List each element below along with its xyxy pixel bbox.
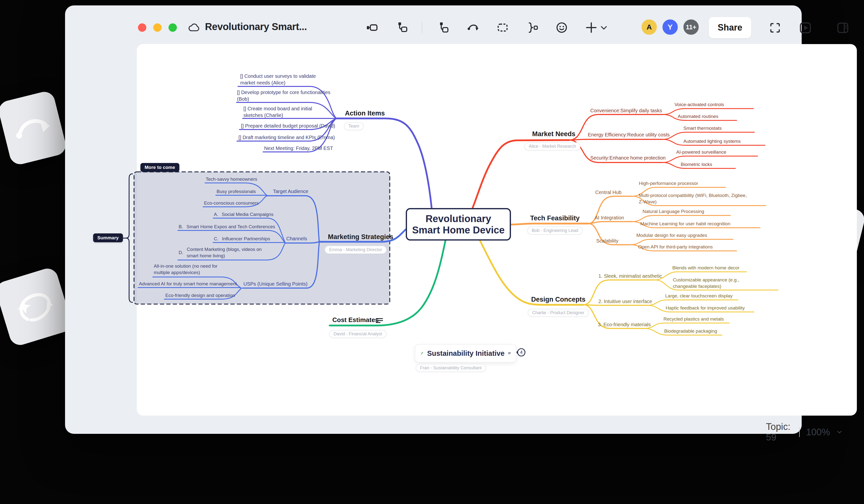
- subtopic-materials[interactable]: 3. Eco-friendly materials: [598, 321, 651, 328]
- boundary-label[interactable]: More to come: [141, 163, 179, 172]
- channel-item[interactable]: A. Social Media Campaigns: [214, 211, 274, 218]
- leaf-item[interactable]: Customizable appearance (e.g., changeabl…: [673, 277, 761, 290]
- leaf-item[interactable]: Eco-conscious consumers: [204, 200, 259, 206]
- notes-icon[interactable]: [375, 317, 383, 324]
- channel-item[interactable]: B. Smart Home Expos and Tech Conferences: [179, 224, 275, 230]
- usp-item[interactable]: Advanced AI for truly smart home managem…: [139, 281, 237, 287]
- leaf-item[interactable]: High-performance processor: [639, 180, 698, 187]
- leaf-item[interactable]: Tech-savvy homeowners: [206, 176, 257, 182]
- leaf-item[interactable]: Biometric locks: [681, 161, 712, 168]
- item-prefix: A.: [214, 211, 218, 218]
- tag-fran[interactable]: Fran - Sustainability Consultant: [416, 364, 486, 372]
- leaf-item[interactable]: Recycled plastics and metals: [663, 316, 724, 322]
- leaf-item[interactable]: Haptic feedback for improved usability: [666, 305, 745, 311]
- leaf-item[interactable]: Large, clear touchscreen display: [665, 293, 733, 299]
- summary-label[interactable]: Summary: [93, 233, 123, 242]
- subtopic-aesthetic[interactable]: 1. Sleek, minimalist aesthetic: [598, 273, 662, 280]
- leaf-item[interactable]: Smart thermostats: [683, 125, 722, 132]
- collapsed-count[interactable]: 4: [517, 348, 526, 357]
- action-item[interactable]: [] Create mood board and initial sketche…: [243, 106, 331, 119]
- topic-design-concepts[interactable]: Design Concepts: [531, 295, 586, 304]
- leaf-item[interactable]: Natural Language Processing: [643, 208, 704, 215]
- action-item[interactable]: [] Conduct user surveys to validate mark…: [240, 73, 329, 86]
- notes-icon[interactable]: [508, 349, 511, 357]
- leaf-item[interactable]: Biodegradable packaging: [664, 328, 717, 334]
- subtopic-target-audience[interactable]: Target Audience: [273, 188, 308, 195]
- usp-item[interactable]: All-in-one solution (no need for multipl…: [154, 263, 233, 276]
- leaf-item[interactable]: Open API for third-party integrations: [638, 244, 713, 250]
- central-topic[interactable]: Revolutionary Smart Home Device: [406, 208, 511, 241]
- leaf-item[interactable]: Busy professionals: [217, 188, 256, 195]
- topic-tech-feasibility[interactable]: Tech Feasibility: [530, 214, 580, 223]
- subtopic-security[interactable]: Security:Enhance home protection: [590, 155, 666, 161]
- leaf-item[interactable]: Multi-protocol compatibility (WiFi, Blue…: [639, 192, 750, 205]
- item-prefix: D.: [179, 249, 183, 256]
- usp-item[interactable]: Eco-friendly design and operation: [165, 292, 235, 299]
- tag-team[interactable]: Team: [344, 122, 364, 130]
- action-item[interactable]: [] Draft marketing timeline and KPIs (Em…: [239, 134, 335, 141]
- subtopic-energy[interactable]: Energy Efficiency:Reduce utility costs: [588, 132, 670, 138]
- channel-item[interactable]: C. Influencer Partnerships: [214, 236, 270, 242]
- subtopic-ai-integration[interactable]: AI Integration: [595, 214, 624, 221]
- leaf-item[interactable]: Automated routines: [678, 113, 718, 120]
- subtopic-central-hub[interactable]: Central Hub: [595, 189, 622, 196]
- action-item[interactable]: [] Prepare detailed budget proposal (Dav…: [241, 123, 335, 129]
- leaf-item[interactable]: Blends with modern home decor: [672, 265, 739, 271]
- tag-alice[interactable]: Alice - Market Research: [524, 142, 580, 150]
- item-text: Influencer Partnerships: [222, 236, 270, 242]
- topic-market-needs[interactable]: Market Needs: [532, 130, 576, 139]
- topic-marketing-strategies[interactable]: Marketing Strategies: [328, 232, 394, 242]
- leaf-item[interactable]: Modular design for easy upgrades: [636, 232, 707, 238]
- floating-topic-label: Sustainability Initiative: [427, 349, 505, 357]
- leaf-item[interactable]: Automated lighting systems: [683, 138, 741, 145]
- channel-item[interactable]: D. Content Marketing (blogs, videos on s…: [179, 246, 269, 259]
- item-prefix: B.: [179, 224, 183, 230]
- mindmap-edges: [0, 0, 864, 504]
- floating-topic-sustainability[interactable]: Sustainability Initiative: [415, 344, 516, 362]
- tag-david[interactable]: David - Financial Analyst: [329, 330, 386, 338]
- subtopic-scalability[interactable]: Scalability: [596, 237, 619, 244]
- action-item[interactable]: [] Develop prototype for core functional…: [237, 89, 331, 102]
- action-item[interactable]: Next Meeting: Friday, 2PM EST: [264, 145, 333, 152]
- tag-emma[interactable]: Emma - Marketing Director: [325, 246, 386, 254]
- subtopic-channels[interactable]: Channels: [286, 235, 307, 242]
- item-text: Content Marketing (blogs, videos on smar…: [187, 246, 268, 259]
- tag-charlie[interactable]: Charlie - Product Designer: [528, 309, 589, 317]
- subtopic-convenience[interactable]: Convenience:Simplify daily tasks: [590, 107, 662, 114]
- leaf-item[interactable]: AI-powered surveillance: [676, 149, 726, 155]
- screenshot-stage: Aa Revolutionary Smart...: [0, 0, 864, 504]
- tag-bob[interactable]: Bob - Engineering Lead: [527, 226, 583, 235]
- topic-cost-estimates[interactable]: Cost Estimates: [332, 316, 379, 324]
- leaf-icon: [420, 349, 424, 358]
- subtopic-usps[interactable]: USPs (Unique Selling Points): [243, 281, 308, 287]
- leaf-item[interactable]: Machine Learning for user habit recognit…: [640, 221, 730, 227]
- leaf-item[interactable]: Voice-activated controls: [674, 101, 724, 108]
- item-prefix: C.: [214, 236, 218, 242]
- item-text: Social Media Campaigns: [222, 211, 274, 218]
- topic-action-items[interactable]: Action Items: [345, 109, 385, 118]
- subtopic-ui[interactable]: 2. Intuitive user interface: [598, 298, 652, 305]
- item-text: Smart Home Expos and Tech Conferences: [187, 224, 275, 230]
